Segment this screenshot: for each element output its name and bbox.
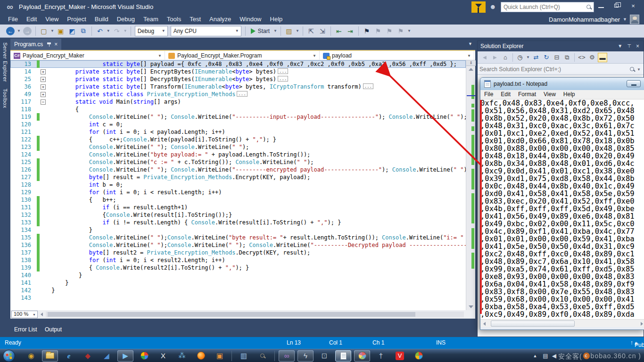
menu-build[interactable]: Build	[91, 14, 113, 24]
code-line-125[interactable]: 125 Console.WriteLine("c := " + c.ToStri…	[10, 158, 466, 166]
menu-view[interactable]: View	[41, 14, 63, 24]
code-line-118[interactable]: 118 {	[10, 106, 466, 113]
code-line-121[interactable]: 121 for (int i = 0; i < payload.Length; …	[10, 128, 466, 136]
taskbar-internet-explorer[interactable]: e	[61, 350, 77, 362]
taskbar-monitor-app[interactable]: ⊡	[316, 350, 332, 362]
save-all-icon[interactable]: ⧉	[78, 26, 89, 36]
notifications-flag-button[interactable]	[471, 1, 486, 13]
menu-team[interactable]: Team	[139, 14, 163, 24]
dropdown-arrow-icon[interactable]: ▼	[17, 29, 21, 33]
code-line-123[interactable]: 123 Console.WriteLine(" "); Console.Writ…	[10, 143, 466, 151]
code-line-136[interactable]: 136 Console.WriteLine(" ");Console.Write…	[10, 241, 466, 249]
code-line-14[interactable]: 14+ private static byte[] EncryptBytes(I…	[10, 68, 466, 75]
document-list-dropdown-icon[interactable]: ▼	[468, 41, 472, 46]
menu-test[interactable]: Test	[185, 14, 205, 24]
taskbar-windows-explorer[interactable]	[42, 350, 58, 362]
taskbar-media-player[interactable]: ▶	[117, 350, 133, 362]
code-line-128[interactable]: 128 int b = 0;	[10, 181, 466, 189]
code-line-132[interactable]: 132 {Console.Write(result[i].ToString())…	[10, 211, 466, 219]
fold-expand-box[interactable]: +	[41, 92, 46, 97]
navigate-back-icon[interactable]: ◄	[480, 53, 489, 62]
next-bookmark-icon[interactable]: ⚑	[384, 26, 395, 36]
pin-icon[interactable]	[47, 42, 51, 47]
editor-vertical-scrollbar[interactable]: ⇕	[466, 60, 475, 310]
taskbar-firefox[interactable]	[193, 350, 209, 362]
fold-expand-box[interactable]: +	[41, 69, 46, 74]
publish-button[interactable]: ↑ Publish ▴	[630, 339, 637, 346]
solution-explorer-search[interactable]: ▼	[478, 64, 644, 75]
hscroll-thumb[interactable]	[48, 312, 415, 317]
notepad-menu-edit[interactable]: Edit	[497, 90, 514, 99]
dropdown-arrow-icon[interactable]: ▼	[296, 29, 299, 33]
toggle-outlining-icon[interactable]: ⇱	[306, 26, 316, 36]
navigate-backward-icon[interactable]: ←	[5, 26, 16, 36]
decrease-indent-icon[interactable]: ⇤	[334, 26, 344, 36]
hscroll-left-arrow[interactable]	[41, 313, 43, 316]
breadcrumb-class[interactable]: Payload_Encrypt_Maker.Program▼	[165, 51, 320, 60]
code-line-124[interactable]: 124 Console.WriteLine("byte payload:= " …	[10, 151, 466, 158]
solution-search-input[interactable]	[479, 65, 626, 74]
zoom-selector[interactable]: 100 %▼	[11, 311, 38, 318]
code-line-25[interactable]: 25+ private static byte[] DecryptBytes(I…	[10, 75, 466, 83]
code-line-140[interactable]: 140 }	[10, 272, 466, 279]
taskbar-orange-app[interactable]: ▣	[212, 350, 228, 362]
menu-analyze[interactable]: Analyze	[205, 14, 235, 24]
notepad-titlebar[interactable]: payload.txt - Notepad	[480, 78, 644, 90]
taskbar-wireshark[interactable]: ◢	[99, 350, 115, 362]
code-line-138[interactable]: 138 for (int i = 0; i < result2.Length; …	[10, 256, 466, 264]
code-line-36[interactable]: 36+ private static byte[] Transform(IEnu…	[10, 83, 466, 90]
new-project-icon[interactable]: ▢	[39, 26, 49, 36]
menu-edit[interactable]: Edit	[22, 14, 41, 24]
editor-horizontal-scrollbar[interactable]	[46, 312, 464, 317]
signed-in-user[interactable]: DamonMohammadbagher	[549, 16, 620, 23]
sync-with-active-document-icon[interactable]: ⇄	[531, 53, 541, 62]
notepad-window[interactable]: payload.txt - Notepad FileEditFormatView…	[480, 77, 644, 330]
tab-program-cs[interactable]: Program.cs ×	[10, 39, 61, 50]
increase-indent-icon[interactable]: ⇥	[345, 26, 355, 36]
scroll-up-arrow[interactable]	[469, 68, 473, 71]
taskbar-visual-studio[interactable]: ∞	[279, 350, 295, 362]
notepad-menu-help[interactable]: Help	[560, 90, 579, 99]
code-line-143[interactable]: 143	[10, 294, 466, 302]
taskbar-network-monitor[interactable]: ▥	[236, 350, 252, 362]
taskbar-plug-tool[interactable]: ϟ	[297, 350, 314, 362]
notepad-text-area[interactable]: 0xfc,0x48,0x83,0xe4,0xf0,0xe8,0xcc,,0x51…	[480, 99, 644, 319]
pending-changes-filter-icon[interactable]: ◷	[515, 53, 525, 62]
quick-launch-input[interactable]	[504, 3, 579, 11]
code-line-139[interactable]: 139 { Console.Write(result2[i].ToString(…	[10, 264, 466, 272]
code-line-126[interactable]: 126 Console.WriteLine(" "); Console.Writ…	[10, 166, 466, 173]
show-all-files-icon[interactable]: ⧉	[562, 53, 572, 62]
dropdown-arrow-icon[interactable]: ▼	[50, 29, 54, 33]
refresh-icon[interactable]: ↻	[542, 53, 551, 62]
fold-collapse-box[interactable]: −	[41, 99, 46, 105]
save-icon[interactable]: ◩	[67, 26, 77, 36]
home-icon[interactable]: ⌂	[501, 53, 510, 62]
tab-close-icon[interactable]: ×	[54, 41, 58, 48]
toggle-bookmark-icon[interactable]: ⚑	[362, 26, 372, 36]
breadcrumb-csharp-project[interactable]: C#Payload_Encrypt_Maker▼	[10, 51, 165, 60]
find-in-files-icon[interactable]: ▨	[284, 26, 294, 36]
menu-window[interactable]: Window	[235, 14, 265, 24]
start-debugging-button[interactable]: Start	[248, 26, 272, 36]
taskbar-daemon-tools[interactable]: ◆	[80, 350, 96, 362]
dropdown-arrow-icon[interactable]: ▼	[407, 29, 411, 33]
code-line-137[interactable]: 137 byte[] result2 = Private_Encryption_…	[10, 249, 466, 256]
taskbar-golden-app[interactable]: ◉	[23, 350, 39, 362]
code-line-122[interactable]: 122 { c++;Console.Write(payload[i].ToStr…	[10, 136, 466, 143]
start-button[interactable]	[3, 350, 15, 362]
taskbar-vivaldi[interactable]: V	[392, 350, 408, 362]
code-line-131[interactable]: 131 if (i == result.Length+1)	[10, 204, 466, 211]
code-line-127[interactable]: 127 byte[] result = Private_Encryption_M…	[10, 173, 466, 181]
code-editor[interactable]: 13 static byte[] payload ={ 0xfc ,0x48 ,…	[10, 60, 466, 310]
tray-expand-icon[interactable]: ▲	[533, 354, 537, 358]
fold-expand-box[interactable]: +	[41, 84, 46, 90]
tab-error-list[interactable]: Error List	[14, 326, 37, 333]
preview-selected-items-icon[interactable]: ▬	[598, 53, 607, 62]
menu-debug[interactable]: Debug	[113, 14, 139, 24]
scroll-left-arrow[interactable]	[483, 322, 486, 326]
notepad-menu-view[interactable]: View	[540, 90, 560, 99]
notepad-hscroll-thumb[interactable]	[491, 321, 575, 327]
panel-menu-dropdown-icon[interactable]: ▼	[618, 41, 622, 51]
collapse-all-icon[interactable]: ⊟	[552, 53, 561, 62]
dropdown-arrow-icon[interactable]: ▼	[526, 55, 530, 59]
